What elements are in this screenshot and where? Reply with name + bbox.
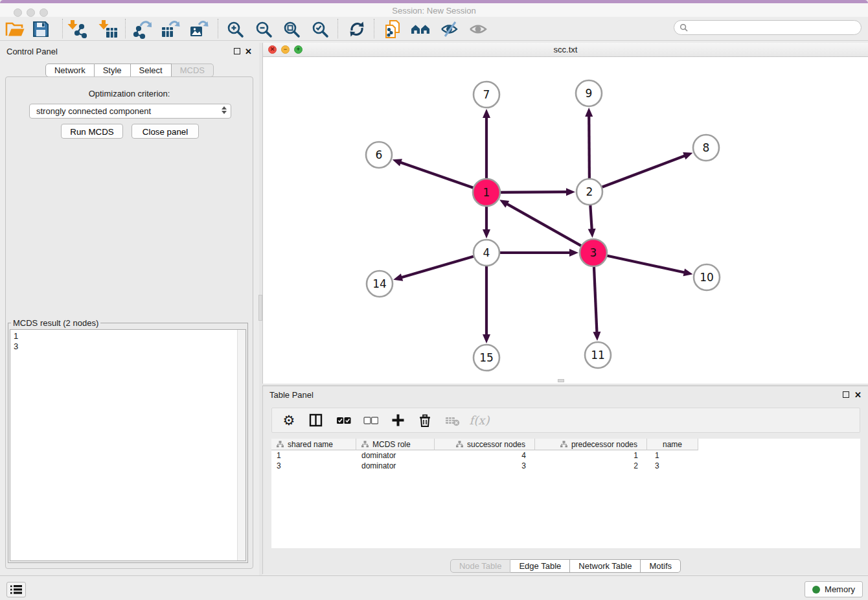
graph-edge[interactable] <box>594 266 597 333</box>
tab-style[interactable]: Style <box>95 63 131 77</box>
network-overview-icon[interactable] <box>409 18 433 40</box>
search-input[interactable] <box>674 20 862 35</box>
mcds-result-box: MCDS result (2 nodes) 13 <box>8 318 248 563</box>
show-details-icon <box>466 18 490 40</box>
optimization-label: Optimization criterion: <box>6 89 253 98</box>
tab-network-table[interactable]: Network Table <box>570 559 641 573</box>
table-cell: dominator <box>356 461 435 471</box>
status-bar: Memory <box>0 575 868 600</box>
deselect-all-icon[interactable] <box>363 412 378 429</box>
tab-mcds[interactable]: MCDS <box>172 63 214 77</box>
select-all-icon[interactable] <box>336 412 351 429</box>
node-label: 2 <box>586 185 593 198</box>
import-table-icon[interactable] <box>97 18 120 40</box>
column-header[interactable]: MCDS role <box>356 439 435 450</box>
edge-arrowhead-icon <box>483 229 490 238</box>
delete-column-icon[interactable] <box>417 412 433 429</box>
node-table[interactable]: shared nameMCDS rolesuccessor nodesprede… <box>271 439 860 548</box>
canvas-grip[interactable] <box>558 379 564 382</box>
main-toolbar <box>0 17 868 41</box>
edge-arrowhead-icon <box>483 109 490 118</box>
export-image-icon[interactable] <box>187 18 211 40</box>
toolbar-separator <box>62 19 63 38</box>
graph-edge[interactable] <box>400 162 474 188</box>
table-panel: Table Panel ✕ ⚙ f(x) shared nameMCDS rol… <box>262 386 868 574</box>
close-table-panel-icon[interactable]: ✕ <box>854 391 862 399</box>
zoom-selected-icon[interactable] <box>308 18 332 40</box>
result-scrollbar[interactable] <box>237 330 246 560</box>
table-tabs: Node TableEdge TableNetwork TableMotifs <box>263 559 868 573</box>
close-panel-icon[interactable]: ✕ <box>245 47 252 56</box>
select-stepper-icon <box>222 106 227 114</box>
open-folder-icon[interactable] <box>3 18 27 40</box>
node-label: 11 <box>591 349 605 362</box>
node-label: 9 <box>586 87 593 100</box>
refresh-icon[interactable] <box>345 18 369 40</box>
toolbar-separator <box>218 19 218 38</box>
tab-network[interactable]: Network <box>45 63 95 77</box>
network-graph-canvas[interactable]: 7968124314101511 <box>263 57 868 384</box>
node-label: 8 <box>703 141 710 154</box>
toolbar-separator <box>125 19 126 38</box>
save-icon[interactable] <box>29 18 52 40</box>
network-view-window: ✕ − + scc.txt 7968124314101511 <box>262 43 868 384</box>
column-header[interactable]: name <box>647 439 698 450</box>
table-row[interactable]: 3dominator323 <box>271 461 860 471</box>
mcds-panel: Optimization criterion: strongly connect… <box>5 76 253 569</box>
node-label: 10 <box>700 271 714 284</box>
table-cell: dominator <box>356 450 435 461</box>
float-table-panel-icon[interactable] <box>843 391 849 398</box>
column-header[interactable]: shared name <box>271 439 356 450</box>
search-icon <box>680 23 688 32</box>
search-field[interactable] <box>691 22 861 33</box>
graph-edge[interactable] <box>506 203 581 246</box>
edge-arrowhead-icon <box>393 159 402 166</box>
columns-icon[interactable] <box>308 412 324 429</box>
table-row[interactable]: 1dominator411 <box>271 450 860 461</box>
export-table-icon[interactable] <box>159 18 182 40</box>
table-panel-title: Table Panel <box>269 390 314 400</box>
edge-arrowhead-icon <box>683 268 693 276</box>
graph-edge[interactable] <box>607 255 685 272</box>
column-header[interactable]: predecessor nodes <box>535 439 647 450</box>
graph-edge[interactable] <box>401 257 474 278</box>
graph-edge[interactable] <box>602 156 685 187</box>
close-panel-button[interactable]: Close panel <box>131 124 199 139</box>
table-header-row: shared nameMCDS rolesuccessor nodesprede… <box>271 439 860 450</box>
edge-arrowhead-icon <box>588 229 596 238</box>
node-label: 14 <box>372 277 387 290</box>
table-cell: 4 <box>435 450 535 461</box>
graph-edge[interactable] <box>500 192 567 192</box>
table-body: 1dominator4113dominator323 <box>271 450 860 471</box>
memory-button[interactable]: Memory <box>805 581 863 597</box>
criterion-select[interactable]: strongly connected component <box>29 104 231 119</box>
toolbar-separator <box>374 19 374 38</box>
tab-edge-table[interactable]: Edge Table <box>510 559 570 573</box>
import-network-icon[interactable] <box>65 18 89 40</box>
edge-arrowhead-icon <box>483 334 490 343</box>
control-panel-tabs: NetworkStyleSelectMCDS <box>0 63 259 77</box>
tab-select[interactable]: Select <box>131 63 172 77</box>
task-history-button[interactable] <box>6 582 26 597</box>
edge-arrowhead-icon <box>569 249 578 257</box>
gear-icon[interactable]: ⚙ <box>281 412 297 429</box>
add-column-icon[interactable] <box>390 412 405 429</box>
run-mcds-button[interactable]: Run MCDS <box>61 124 123 139</box>
zoom-in-icon[interactable] <box>223 18 247 40</box>
graph-edge[interactable] <box>590 205 591 230</box>
copy-network-icon[interactable] <box>381 18 404 40</box>
graph-edge[interactable] <box>589 115 589 179</box>
zoom-out-icon[interactable] <box>252 18 275 40</box>
hide-details-icon[interactable] <box>438 18 461 40</box>
float-panel-icon[interactable] <box>234 48 240 54</box>
tab-node-table[interactable]: Node Table <box>450 559 511 573</box>
tab-motifs[interactable]: Motifs <box>641 559 681 573</box>
edge-arrowhead-icon <box>683 152 692 159</box>
zoom-fit-icon[interactable] <box>280 18 303 40</box>
main-titlebar: Session: New Session <box>0 3 868 17</box>
export-network-icon[interactable] <box>130 18 154 40</box>
memory-label: Memory <box>825 584 855 594</box>
criterion-value: strongly connected component <box>36 106 151 116</box>
mcds-result-list[interactable]: 13 <box>10 329 246 561</box>
column-header[interactable]: successor nodes <box>435 439 535 450</box>
